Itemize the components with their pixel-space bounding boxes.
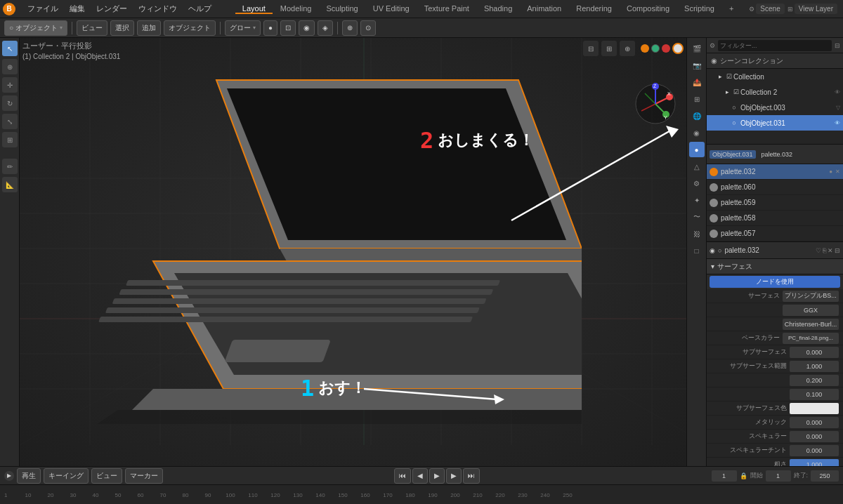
obj031-eye-icon[interactable]: 👁: [835, 120, 840, 126]
material-item-4[interactable]: palette.057: [707, 226, 843, 241]
surface-section-header[interactable]: ▾ サーフェス: [707, 259, 843, 274]
outliner-search[interactable]: [718, 40, 832, 51]
outliner-obj031[interactable]: ○ ObjObject.031 👁: [707, 115, 843, 131]
cursor-tool-btn[interactable]: ⊕: [2, 59, 18, 74]
outliner-collection[interactable]: ▸ ☑ Collection: [707, 69, 843, 84]
particles-btn[interactable]: ✦: [689, 192, 705, 208]
material-props-btn[interactable]: ●: [689, 142, 705, 157]
surface-value[interactable]: プリンシプルBS...: [783, 291, 839, 302]
viewport[interactable]: ユーザー・平行投影 (1) Collection 2 | ObjObject.0…: [20, 38, 686, 466]
current-frame-field[interactable]: 1: [712, 470, 737, 482]
christensen-value[interactable]: Christensen-Burl...: [783, 319, 839, 330]
viewport-rendered-btn[interactable]: ◈: [318, 20, 333, 36]
object-btn[interactable]: オブジェクト: [164, 20, 216, 36]
measure-tool-btn[interactable]: 📐: [2, 177, 18, 192]
modifier-btn[interactable]: ⚙: [689, 175, 705, 191]
specular-value[interactable]: 0.000: [790, 431, 839, 442]
tab-compositing[interactable]: Compositing: [620, 4, 677, 14]
start-frame-field[interactable]: 1: [766, 470, 791, 482]
viewport-gizmo[interactable]: X Y Z: [634, 83, 677, 126]
playback-btn[interactable]: 再生: [17, 468, 41, 484]
subsurface-radius-value[interactable]: 1.000: [790, 361, 839, 372]
physics-btn[interactable]: 〜: [689, 209, 705, 225]
menu-file[interactable]: ファイル: [22, 2, 63, 15]
collection2-checkbox[interactable]: ☑: [733, 88, 739, 95]
scale-tool-btn[interactable]: ⤡: [2, 114, 18, 129]
tab-uv-editing[interactable]: UV Editing: [366, 4, 417, 14]
glow-btn[interactable]: グロー ▾: [225, 20, 261, 36]
mat-browse-btn[interactable]: ♡: [816, 247, 821, 254]
subsurface-value[interactable]: 0.000: [790, 347, 839, 358]
node-use-btn[interactable]: ノードを使用: [710, 276, 840, 288]
tab-shading[interactable]: Shading: [477, 4, 519, 14]
tab-layout[interactable]: Layout: [235, 4, 273, 14]
object-data-btn[interactable]: △: [689, 159, 705, 174]
material-item-2[interactable]: palette.059: [707, 195, 843, 211]
view-btn[interactable]: ビュー: [77, 20, 107, 36]
outliner-options[interactable]: ⊟: [835, 42, 840, 49]
viewport-snap-overlay[interactable]: ⊕: [620, 41, 635, 56]
tab-add[interactable]: +: [722, 4, 740, 14]
menu-help[interactable]: ヘルプ: [183, 2, 216, 15]
menu-render[interactable]: レンダー: [91, 2, 132, 15]
mat-delete-btn[interactable]: ✕: [828, 247, 833, 254]
prev-frame-btn[interactable]: ◀: [412, 468, 428, 484]
viewport-overlay-toggle[interactable]: ⊟: [583, 41, 599, 56]
ggx-value[interactable]: GGX: [783, 305, 839, 316]
tab-scripting[interactable]: Scripting: [677, 4, 721, 14]
ss-r3-value[interactable]: 0.100: [790, 389, 839, 400]
viewport-wire-btn[interactable]: ⊡: [280, 20, 296, 36]
mat-copy-btn[interactable]: ⎘: [823, 247, 826, 254]
next-frame-btn[interactable]: ▶: [446, 468, 462, 484]
scene-label[interactable]: Scene: [756, 4, 784, 14]
roughness-value[interactable]: 1.000: [790, 459, 839, 467]
keying-btn[interactable]: キーイング: [44, 468, 89, 484]
render-props-btn[interactable]: 📷: [689, 58, 705, 73]
menu-edit[interactable]: 編集: [65, 2, 90, 15]
move-tool-btn[interactable]: ✛: [2, 77, 18, 93]
marker-btn[interactable]: マーカー: [125, 468, 163, 484]
proportional-btn[interactable]: ⊙: [360, 20, 376, 36]
material-item-3[interactable]: palette.058: [707, 211, 843, 226]
timeline-track[interactable]: 1 10 20 30 40 50 60 70 80 90 100 110 120…: [0, 485, 843, 504]
ss-r2-value[interactable]: 0.200: [790, 375, 839, 386]
world-props-btn[interactable]: ◉: [689, 125, 705, 140]
tab-animation[interactable]: Animation: [520, 4, 568, 14]
material-item-1[interactable]: palette.060: [707, 180, 843, 195]
mat-eye-btn[interactable]: ✕: [835, 168, 840, 175]
menu-window[interactable]: ウィンドウ: [133, 2, 182, 15]
tab-texture-paint[interactable]: Texture Paint: [417, 4, 476, 14]
jump-end-btn[interactable]: ⏭: [463, 468, 480, 484]
mat-fake-user-btn[interactable]: ⊟: [835, 247, 840, 254]
material-item-0[interactable]: palette.032 ● ✕: [707, 164, 843, 180]
annotate-tool-btn[interactable]: ✏: [2, 159, 18, 174]
object-props-btn[interactable]: □: [689, 243, 705, 258]
mode-select[interactable]: ○ オブジェクト ▾: [4, 20, 67, 36]
tab-rendering[interactable]: Rendering: [569, 4, 619, 14]
obj003-eye-icon[interactable]: ▽: [836, 105, 840, 111]
tab-sculpting[interactable]: Sculpting: [319, 4, 365, 14]
select-btn[interactable]: 選択: [110, 20, 134, 36]
metallic-value[interactable]: 0.000: [790, 417, 839, 428]
base-color-value[interactable]: PC_final-28.png...: [783, 333, 839, 344]
snap-btn[interactable]: ⊕: [342, 20, 358, 36]
end-frame-field[interactable]: 250: [811, 470, 839, 482]
ss-color-value[interactable]: [790, 403, 839, 414]
transform-tool-btn[interactable]: ⊞: [2, 132, 18, 147]
jump-start-btn[interactable]: ⏮: [394, 468, 411, 484]
outliner-collection2[interactable]: ▸ ☑ Collection 2 👁: [707, 84, 843, 100]
scene-props-btn[interactable]: 🎬: [689, 41, 705, 56]
scene-props-btn2[interactable]: 🌐: [689, 108, 705, 124]
outliner-obj003[interactable]: ○ ObjObject.003 ▽: [707, 100, 843, 115]
play-btn[interactable]: ▶: [429, 468, 445, 484]
rotate-tool-btn[interactable]: ↻: [2, 95, 18, 111]
eye-icon[interactable]: 👁: [835, 89, 840, 95]
tab-modeling[interactable]: Modeling: [273, 4, 319, 14]
specular-tint-value[interactable]: 0.000: [790, 445, 839, 456]
view-layer-label[interactable]: View Layer: [795, 4, 837, 14]
viewport-gizmo-toggle[interactable]: ⊞: [601, 41, 617, 56]
viewport-shading-btn[interactable]: ●: [263, 20, 277, 36]
viewport-solid-btn[interactable]: ◉: [299, 20, 315, 36]
view-btn-timeline[interactable]: ビュー: [91, 468, 122, 484]
add-btn[interactable]: 追加: [137, 20, 161, 36]
